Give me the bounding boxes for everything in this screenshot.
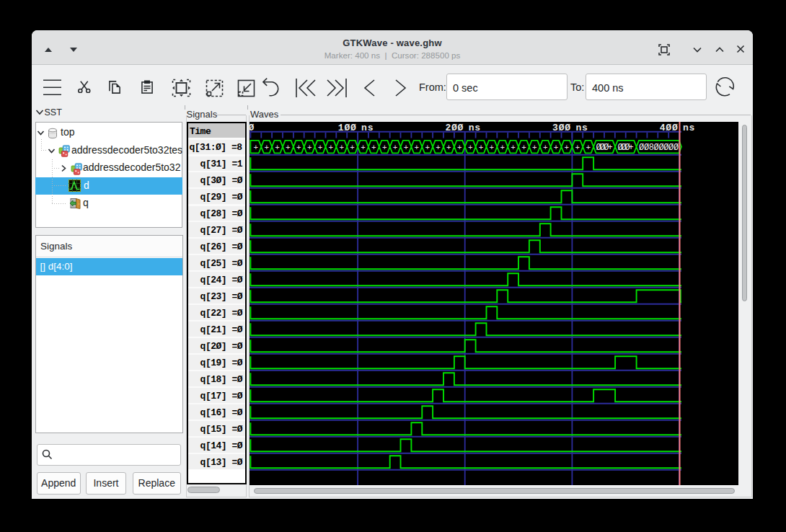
svg-text:+: + (478, 143, 483, 151)
svg-text:ns: ns (361, 122, 374, 133)
svg-text:+: + (392, 143, 397, 151)
svg-text:+: + (489, 143, 494, 151)
svg-text:+: + (275, 143, 280, 151)
svg-text:+: + (317, 143, 322, 151)
svg-text:+: + (456, 143, 462, 151)
svg-text:+: + (328, 143, 333, 151)
svg-text:ns: ns (468, 122, 480, 133)
svg-text:+: + (361, 143, 366, 151)
svg-text:+: + (575, 143, 580, 151)
svg-text:+: + (511, 143, 516, 151)
svg-text:ns: ns (575, 122, 588, 133)
svg-text:+: + (446, 143, 451, 151)
svg-text:4ØØ: 4ØØ (659, 122, 678, 133)
svg-text:+: + (425, 143, 430, 151)
svg-text:+: + (531, 143, 536, 151)
svg-text:+: + (339, 143, 344, 151)
svg-text:1ØØ: 1ØØ (337, 122, 356, 133)
svg-text:+: + (286, 143, 291, 151)
svg-text:+: + (403, 143, 408, 151)
svg-text:2ØØ: 2ØØ (445, 122, 464, 133)
svg-text:+: + (414, 143, 419, 151)
svg-text:+: + (564, 143, 569, 151)
svg-text:+: + (542, 143, 547, 151)
svg-text:3ØØ: 3ØØ (552, 122, 571, 133)
svg-text:ns: ns (683, 122, 695, 133)
svg-text:ØØØ+: ØØØ+ (617, 143, 633, 153)
svg-text:+: + (467, 143, 472, 151)
svg-text:+: + (553, 143, 558, 151)
svg-text:+: + (350, 143, 355, 151)
svg-text:+: + (586, 143, 591, 151)
svg-text:+: + (381, 143, 387, 151)
svg-text:+: + (521, 143, 526, 151)
svg-text:ØØ8ØØØØØ: ØØ8ØØØØØ (639, 143, 679, 153)
svg-text:ØØØ+: ØØØ+ (596, 143, 612, 153)
svg-text:+: + (253, 143, 258, 151)
svg-text:Ø: Ø (250, 122, 255, 133)
svg-text:+: + (306, 143, 312, 151)
svg-text:+: + (500, 143, 505, 151)
svg-text:+: + (371, 143, 376, 151)
svg-text:+: + (264, 143, 269, 151)
svg-text:+: + (436, 143, 441, 151)
svg-text:+: + (296, 143, 301, 151)
